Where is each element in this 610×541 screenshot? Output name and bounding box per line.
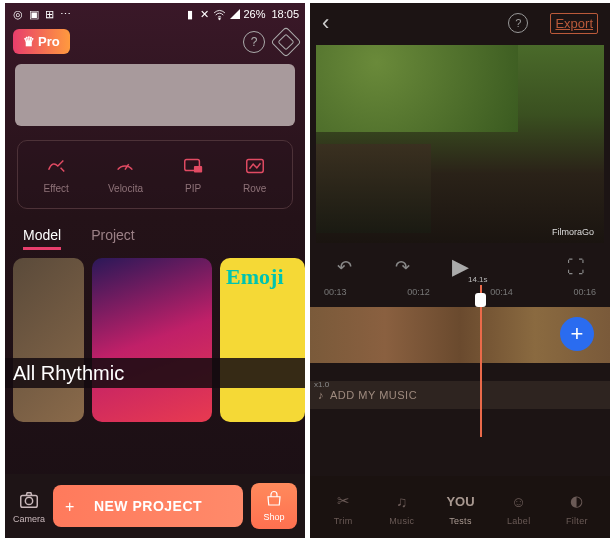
playhead[interactable]: 14.1s	[480, 285, 482, 437]
tool-music[interactable]: ♫ Music	[389, 490, 414, 526]
bottom-bar: Camera NEW PROJECT Shop	[5, 474, 305, 538]
vibrate-icon: ▮	[183, 8, 196, 21]
tool-effect[interactable]: Effect	[44, 155, 69, 194]
tool-label: Effect	[44, 183, 69, 194]
status-bar: ◎ ▣ ⊞ ⋯ ▮ ✕ 26% 18:05	[5, 3, 305, 25]
camera-icon	[15, 488, 43, 512]
template-card[interactable]	[92, 258, 212, 422]
battery-text: 26%	[243, 8, 265, 20]
video-preview[interactable]: FilmoraGo	[316, 45, 604, 243]
signal-icon	[228, 8, 241, 21]
timeline[interactable]: 14.1s + x1.0	[310, 303, 610, 375]
ruler-tick: 00:16	[573, 287, 596, 297]
ruler-tick: 00:14	[490, 287, 513, 297]
tool-filter[interactable]: ◐ Filter	[565, 490, 589, 526]
redo-button[interactable]: ↷	[388, 253, 416, 281]
music-note-icon: ♪	[318, 389, 324, 401]
filter-icon: ◐	[565, 490, 589, 512]
svg-point-5	[25, 497, 32, 504]
templates-row: Emoji All Rhythmic	[5, 258, 305, 422]
undo-button[interactable]: ↶	[330, 253, 358, 281]
rove-icon	[244, 155, 266, 177]
rhythm-overlay: All Rhythmic	[13, 358, 305, 388]
tool-label[interactable]: ☺ Label	[507, 490, 531, 526]
watermark: FilmoraGo	[552, 227, 594, 237]
pro-badge[interactable]: ♛ Pro	[13, 29, 70, 54]
emoji-title: Emoji	[226, 264, 283, 290]
svg-point-0	[219, 18, 221, 20]
sticker-icon: ☺	[507, 490, 531, 512]
tool-rove[interactable]: Rove	[243, 155, 266, 194]
help-icon[interactable]: ?	[508, 13, 528, 33]
tool-tests[interactable]: YOU Tests	[448, 490, 472, 526]
ruler-tick: 00:13	[324, 287, 347, 297]
tool-label: Music	[389, 516, 414, 526]
tool-label: Velocita	[108, 183, 143, 194]
back-button[interactable]: ‹	[322, 10, 329, 36]
shop-label: Shop	[263, 512, 284, 522]
nfc-icon: ◎	[11, 8, 24, 21]
tool-label: Rove	[243, 183, 266, 194]
help-icon[interactable]: ?	[243, 31, 265, 53]
tool-label: Label	[507, 516, 531, 526]
tool-velocity[interactable]: Velocita	[108, 155, 143, 194]
editor-screen: ‹ ? Export FilmoraGo ↶ ↷ ▶ ⛶ 00:13 00:12…	[310, 3, 610, 538]
mute-icon: ✕	[198, 8, 211, 21]
tool-pip[interactable]: PIP	[182, 155, 204, 194]
quick-tools: Effect Velocita PIP Rove	[17, 140, 293, 209]
music-label: ADD MY MUSIC	[330, 389, 417, 401]
effect-icon	[45, 155, 67, 177]
image-icon: ▣	[27, 8, 40, 21]
add-clip-button[interactable]: +	[560, 317, 594, 351]
text-icon: YOU	[448, 490, 472, 512]
tab-model[interactable]: Model	[23, 227, 61, 250]
shop-button[interactable]: Shop	[251, 483, 297, 529]
more-icon: ⋯	[59, 8, 72, 21]
music-icon: ♫	[390, 490, 414, 512]
svg-rect-2	[194, 166, 202, 172]
new-project-button[interactable]: NEW PROJECT	[53, 485, 243, 527]
editor-header: ‹ ? Export	[310, 3, 610, 43]
camera-button[interactable]: Camera	[13, 488, 45, 524]
clock: 18:05	[271, 8, 299, 20]
scissors-icon: ✂	[331, 490, 355, 512]
editor-toolbar: ✂ Trim ♫ Music YOU Tests ☺ Label ◐ Filte…	[310, 476, 610, 538]
pip-icon	[182, 155, 204, 177]
header-row: ♛ Pro ?	[5, 25, 305, 58]
tool-label: PIP	[185, 183, 201, 194]
playback-controls: ↶ ↷ ▶ ⛶	[310, 243, 610, 285]
tool-label: Tests	[449, 516, 472, 526]
settings-icon[interactable]	[270, 26, 301, 57]
shop-icon	[264, 490, 284, 510]
music-track[interactable]: ♪ ADD MY MUSIC	[310, 381, 610, 409]
camera-label: Camera	[13, 514, 45, 524]
template-card-emoji[interactable]: Emoji	[220, 258, 305, 422]
velocity-icon	[114, 155, 136, 177]
tool-trim[interactable]: ✂ Trim	[331, 490, 355, 526]
tool-label: Filter	[566, 516, 588, 526]
ruler-tick: 00:12	[407, 287, 430, 297]
section-tabs: Model Project	[5, 223, 305, 258]
template-card[interactable]	[13, 258, 84, 422]
export-button[interactable]: Export	[550, 13, 598, 34]
wifi-icon	[213, 8, 226, 21]
tool-label: Trim	[334, 516, 353, 526]
promo-banner[interactable]	[15, 64, 295, 126]
pro-label: Pro	[38, 34, 60, 49]
time-ruler: 00:13 00:12 00:14 00:16	[310, 285, 610, 303]
playhead-time: 14.1s	[468, 275, 488, 284]
tab-project[interactable]: Project	[91, 227, 135, 250]
home-screen: ◎ ▣ ⊞ ⋯ ▮ ✕ 26% 18:05 ♛ Pro ?	[5, 3, 305, 538]
crown-icon: ♛	[23, 34, 35, 49]
zoom-scale: x1.0	[314, 380, 329, 389]
fullscreen-button[interactable]: ⛶	[562, 253, 590, 281]
apps-icon: ⊞	[43, 8, 56, 21]
